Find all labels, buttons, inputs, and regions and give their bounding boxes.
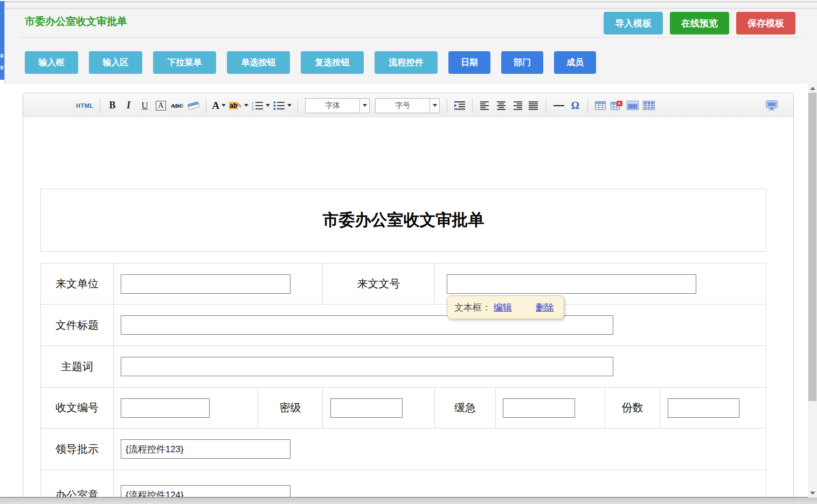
- header-panel: 市委办公室收文审批单 导入模板 在线预览 保存模板 输入框 输入区 下拉菜单 单…: [4, 0, 817, 84]
- widget-textarea-button[interactable]: 输入区: [89, 51, 142, 74]
- insert-table-button[interactable]: [594, 98, 607, 113]
- chevron-down-icon: [244, 104, 248, 107]
- italic-button[interactable]: I: [122, 98, 135, 113]
- ordered-list-button[interactable]: 1 2 3: [252, 98, 270, 113]
- chevron-down-icon: [266, 104, 270, 107]
- widget-member-button[interactable]: 成员: [554, 51, 596, 74]
- widget-date-button[interactable]: 日期: [448, 51, 490, 74]
- chevron-down-icon: [221, 104, 226, 107]
- align-center-button[interactable]: [495, 98, 508, 113]
- urgency-input[interactable]: [503, 398, 575, 418]
- scroll-up-icon: [810, 87, 815, 90]
- tooltip-delete-link[interactable]: 删除: [536, 301, 554, 314]
- align-justify-icon: [529, 101, 538, 110]
- font-family-arrow-button[interactable]: [359, 99, 369, 113]
- table-grid-button[interactable]: [642, 98, 655, 113]
- editor-toolbar: HTML B I U A ABC A ab ✎: [23, 93, 793, 118]
- font-size-select[interactable]: 字号: [375, 98, 440, 113]
- toolbar-separator: [546, 99, 546, 113]
- left-strip-mark: [1, 54, 3, 58]
- source-code-button[interactable]: HTML: [76, 98, 94, 113]
- align-right-icon: [513, 101, 522, 110]
- scrollbar-thumb[interactable]: [808, 93, 816, 401]
- online-preview-button[interactable]: 在线预览: [670, 12, 729, 34]
- scroll-down-button[interactable]: [808, 488, 817, 498]
- widget-checkbox-button[interactable]: 复选按钮: [301, 51, 364, 74]
- copies-input[interactable]: [668, 398, 739, 418]
- left-edge-strip: [0, 1, 4, 80]
- receipt-no-cell: [113, 388, 258, 428]
- underline-button[interactable]: U: [139, 98, 151, 113]
- leader-note-label: 领导批示: [41, 429, 113, 470]
- subject-input[interactable]: [121, 357, 613, 376]
- unordered-list-button[interactable]: [273, 98, 292, 113]
- table-row: 领导批示: [41, 428, 766, 470]
- toolbar-separator: [472, 99, 473, 113]
- form-title: 市委办公室收文审批单: [323, 209, 484, 231]
- ordered-list-icon: 1 2 3: [252, 101, 264, 111]
- leader-note-input[interactable]: [121, 439, 290, 459]
- widget-flow-control-button[interactable]: 流程控件: [375, 51, 438, 74]
- delete-table-icon: ×: [611, 101, 622, 110]
- source-code-icon: HTML: [76, 102, 94, 109]
- security-input[interactable]: [330, 398, 403, 418]
- form-table: 来文单位 来文文号 文件标题 主题词: [40, 263, 766, 497]
- strikethrough-button[interactable]: ABC: [171, 98, 184, 113]
- boxed-a-icon: A: [156, 101, 165, 111]
- indent-button[interactable]: [453, 98, 466, 113]
- page-title: 市委办公室收文审批单: [25, 15, 127, 29]
- strikethrough-icon: ABC: [171, 102, 183, 109]
- cell-properties-button[interactable]: [626, 98, 639, 113]
- widget-toolbar: 输入框 输入区 下拉菜单 单选按钮 复选按钮 流程控件 日期 部门 成员: [25, 51, 596, 74]
- eraser-icon: [187, 101, 200, 110]
- doc-number-input[interactable]: [447, 274, 696, 294]
- subject-cell: [113, 346, 766, 387]
- special-character-button[interactable]: Ω: [569, 98, 581, 113]
- font-size-arrow-button[interactable]: [430, 99, 439, 113]
- vertical-scrollbar[interactable]: [808, 84, 817, 498]
- tooltip-edit-link[interactable]: 编辑: [494, 301, 512, 314]
- import-template-button[interactable]: 导入模板: [604, 12, 663, 34]
- horizontal-rule-button[interactable]: [552, 98, 565, 113]
- font-size-value: 字号: [376, 99, 430, 113]
- scroll-up-button[interactable]: [808, 84, 817, 93]
- cell-properties-icon: [627, 101, 639, 110]
- save-template-button[interactable]: 保存模板: [736, 12, 795, 34]
- source-unit-input[interactable]: [121, 274, 290, 294]
- unordered-list-icon: [273, 101, 285, 111]
- bold-icon: B: [109, 100, 116, 111]
- editor-content[interactable]: 市委办公室收文审批单 来文单位 来文文号 文件标题: [23, 118, 793, 497]
- font-family-select[interactable]: 字体: [305, 98, 370, 113]
- office-opinion-input[interactable]: [121, 485, 290, 497]
- security-label: 密级: [258, 388, 322, 428]
- header-actions: 导入模板 在线预览 保存模板: [604, 12, 795, 34]
- widget-dropdown-button[interactable]: 下拉菜单: [153, 51, 216, 74]
- chevron-down-icon: [363, 104, 367, 107]
- receipt-no-label: 收文编号: [41, 388, 113, 428]
- tooltip-label: 文本框：: [454, 301, 491, 314]
- font-color-button[interactable]: A: [212, 98, 226, 113]
- widget-input-box-button[interactable]: 输入框: [25, 51, 78, 74]
- omega-icon: Ω: [571, 100, 579, 112]
- underline-icon: U: [141, 100, 148, 111]
- fullscreen-button[interactable]: [765, 98, 778, 113]
- bold-button[interactable]: B: [106, 98, 119, 113]
- highlight-color-button[interactable]: ab ✎: [229, 98, 248, 113]
- widget-radio-button[interactable]: 单选按钮: [227, 51, 290, 74]
- align-right-button[interactable]: [511, 98, 524, 113]
- align-left-button[interactable]: [479, 98, 491, 113]
- horizontal-rule-icon: [553, 105, 564, 106]
- chevron-down-icon: [287, 104, 292, 107]
- doc-number-label: 来文文号: [322, 264, 434, 304]
- widget-department-button[interactable]: 部门: [501, 51, 543, 74]
- remove-format-button[interactable]: [187, 98, 200, 113]
- delete-table-button[interactable]: ×: [610, 98, 623, 113]
- subject-label: 主题词: [41, 346, 113, 387]
- align-left-icon: [480, 101, 490, 110]
- table-row: 来文单位 来文文号: [41, 264, 766, 304]
- receipt-no-input[interactable]: [121, 398, 210, 418]
- dashed-divider: [21, 37, 802, 38]
- align-justify-button[interactable]: [527, 98, 540, 113]
- boxed-a-button[interactable]: A: [155, 98, 168, 113]
- align-center-icon: [496, 101, 506, 110]
